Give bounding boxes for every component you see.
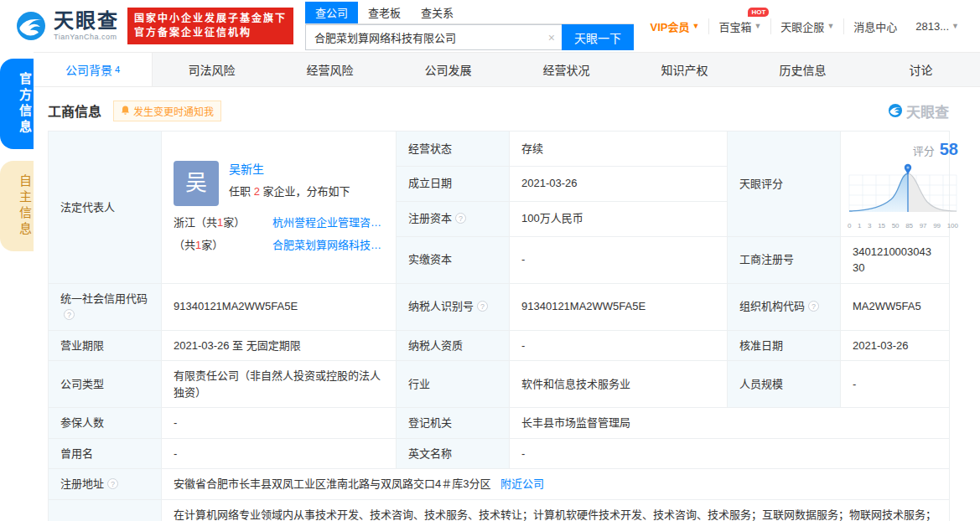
enterprise-service-link[interactable]: 天眼企服▼ [770,18,843,34]
hot-badge: HOT [748,8,769,17]
help-icon[interactable]: ? [477,301,488,312]
help-icon[interactable]: ? [455,213,466,224]
tenure-text: 任职 2 家企业，分布如下 [229,183,350,200]
vip-member-link[interactable]: VIP会员▼ [641,18,709,34]
field-value-company-type: 有限责任公司（非自然人投资或控股的法人独资） [162,361,397,408]
search-tab-relation[interactable]: 查关系 [411,2,464,23]
field-value-taxpayer-id: 91340121MA2WW5FA5E [510,283,728,330]
chevron-down-icon: ▼ [754,22,761,30]
legal-rep-avatar[interactable]: 吴 [174,161,219,206]
chevron-down-icon: ▼ [692,22,700,30]
tab-count-badge: 4 [115,64,120,75]
field-label-status: 经营状态 [397,132,510,167]
field-value-staff-size: - [841,361,950,408]
field-value-industry: 软件和信息技术服务业 [510,361,728,408]
tianyancha-logo[interactable]: 天眼查 TianYanCha.com [15,10,119,42]
field-label-english-name: 英文名称 [397,438,510,469]
search-tabs: 查公司 查老板 查关系 [305,2,634,24]
related-company-link[interactable]: 杭州誉程企业管理咨询... [272,214,384,231]
score-chart-cell: 评分58 [841,132,950,237]
business-info-table: 法定代表人 吴 吴新生 任职 2 家企业，分布如下 浙江（共1家） 杭州誉程企业… [48,131,950,521]
field-label-registry: 登记机关 [397,408,510,439]
legal-rep-cell: 吴 吴新生 任职 2 家企业，分布如下 浙江（共1家） 杭州誉程企业管理咨询..… [162,132,397,284]
tab-history-info[interactable]: 历史信息 [744,53,862,86]
field-label-reg-capital: 注册资本? [397,201,510,236]
help-icon[interactable]: ? [808,301,819,312]
field-label-company-type: 公司类型 [49,361,162,408]
region-text: （共1家） [174,237,266,254]
notify-change-button[interactable]: 发生变更时通知我 [113,101,221,121]
logo-title: 天眼查 [54,11,119,31]
help-icon[interactable]: ? [64,309,75,320]
field-label-reg-number: 工商注册号 [728,236,841,283]
field-label-business-scope: 经营范围? [49,499,162,521]
search-button[interactable]: 天眼一下 [562,24,634,50]
help-icon[interactable]: ? [107,478,118,489]
field-value-registry: 长丰县市场监督管理局 [510,408,950,439]
field-value-business-scope: 在计算机网络专业领域内从事技术开发、技术咨询、技术服务、技术转让；计算机软硬件技… [162,499,950,521]
field-label-address: 注册地址? [49,469,162,500]
field-value-english-name: - [510,438,950,469]
field-label-legal-rep: 法定代表人 [49,132,162,284]
field-label-former-name: 曾用名 [49,438,162,469]
watermark-logo: 天眼查 [888,101,949,121]
nearby-companies-link[interactable]: 附近公司 [500,477,544,490]
field-value-insured-count: - [162,408,397,439]
tab-company-development[interactable]: 公司发展 [389,53,507,86]
search-tab-boss[interactable]: 查老板 [358,2,411,23]
field-value-reg-number: 340121000304330 [841,236,950,283]
top-nav: VIP会员▼ HOT 百宝箱▼ 天眼企服▼ 消息中心 2813...▼ [641,18,968,34]
score-axis-ticks: 01 315 5085 9799 100 [848,221,958,231]
legal-rep-name-link[interactable]: 吴新生 [229,162,264,176]
tab-judicial-risk[interactable]: 司法风险 [153,53,271,86]
field-value-paid-capital: - [510,236,728,283]
region-text: 浙江（共1家） [174,214,266,231]
field-label-credit-code: 统一社会信用代码? [49,283,162,330]
tab-intellectual-property[interactable]: 知识产权 [625,53,744,86]
treasure-box-link[interactable]: HOT 百宝箱▼ [708,18,770,34]
field-value-established: 2021-03-26 [510,166,728,201]
tab-operating-status[interactable]: 经营状况 [507,53,625,86]
field-label-approval-date: 核准日期 [728,330,841,361]
bell-icon [121,106,130,116]
field-value-credit-code: 91340121MA2WW5FA5E [162,283,397,330]
top-header: 天眼查 TianYanCha.com 国家中小企业发展子基金旗下 官方备案企业征… [0,0,980,52]
field-label-score: 天眼评分 [728,132,841,237]
field-value-org-code: MA2WW5FA5 [841,283,950,330]
chevron-down-icon: ▼ [827,22,834,30]
field-value-reg-capital: 100万人民币 [510,201,728,236]
logo-subtitle: TianYanCha.com [54,34,119,41]
logo-swirl-icon [15,10,47,42]
field-value-status: 存续 [510,132,728,167]
tab-discussion[interactable]: 讨论 [862,53,980,86]
side-tab-official-info[interactable]: 官方信息 [0,59,34,149]
tab-operational-risk[interactable]: 经营风险 [271,53,389,86]
field-label-insured-count: 参保人数 [49,408,162,439]
side-tab-self-info[interactable]: 自主信息 [0,161,34,251]
field-label-business-term: 营业期限 [49,330,162,361]
clear-search-icon[interactable]: × [542,31,562,44]
field-value-taxpayer-quality: - [510,330,728,361]
search-input[interactable] [306,31,542,44]
account-menu[interactable]: 2813...▼ [906,20,968,33]
section-title: 工商信息 [48,101,101,121]
search-area: 查公司 查老板 查关系 × 天眼一下 [305,2,634,50]
field-label-established: 成立日期 [397,166,510,201]
gov-certification-badge: 国家中小企业发展子基金旗下 官方备案企业征信机构 [127,8,293,45]
search-tab-company[interactable]: 查公司 [305,2,358,23]
field-value-former-name: - [162,438,397,469]
watermark-swirl-icon [888,103,903,118]
chevron-down-icon: ▼ [951,22,959,30]
field-value-approval-date: 2021-03-26 [841,330,950,361]
related-company-link[interactable]: 合肥菜划算网络科技有... [272,237,384,254]
score-value: 58 [940,140,958,158]
score-pin-icon [905,164,911,175]
score-bell-curve [848,163,958,215]
field-label-taxpayer-id: 纳税人识别号? [397,283,510,330]
field-value-business-term: 2021-03-26 至 无固定期限 [162,330,397,361]
company-tabbar: 公司背景4 司法风险 经营风险 公司发展 经营状况 知识产权 历史信息 讨论 [34,52,980,87]
score-caption: 评分 [913,145,935,157]
message-center-link[interactable]: 消息中心 [843,18,906,34]
tab-company-background[interactable]: 公司背景4 [34,53,153,86]
score-chart[interactable]: 评分58 [848,137,958,231]
